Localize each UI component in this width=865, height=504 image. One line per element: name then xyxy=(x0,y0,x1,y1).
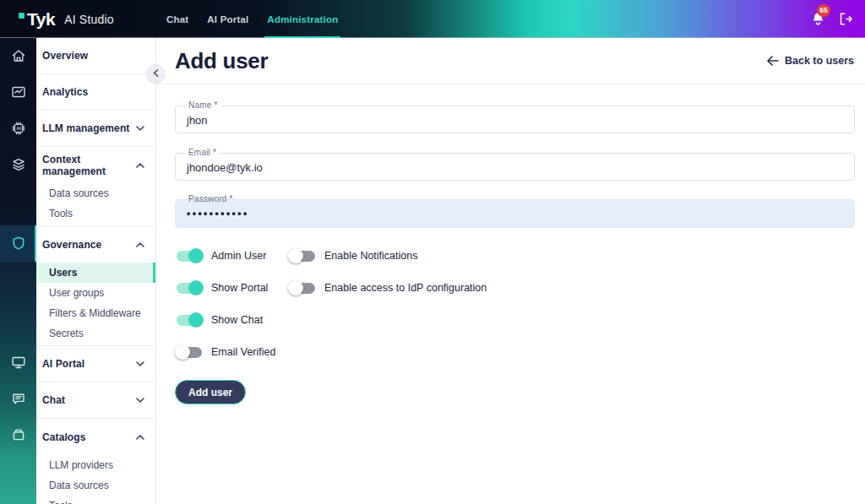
password-field[interactable]: Password * ••••••••••• xyxy=(175,199,855,228)
name-field-value: jhon xyxy=(187,113,208,126)
chevron-down-icon xyxy=(136,126,144,131)
sidebar-item-secrets[interactable]: Secrets xyxy=(36,323,155,344)
logout-icon xyxy=(837,11,853,27)
toggle-label: Enable Notifications xyxy=(324,250,417,262)
brand-name: Tyk xyxy=(27,9,55,30)
ai-chip-icon[interactable]: AI xyxy=(0,120,36,137)
show-chat-switch[interactable] xyxy=(175,312,204,328)
tab-chat[interactable]: Chat xyxy=(157,0,198,38)
sidebar-item-label: Catalogs xyxy=(42,431,85,443)
sidebar: Overview Analytics LLM management Contex… xyxy=(36,38,156,504)
sidebar-item-analytics[interactable]: Analytics xyxy=(36,74,155,111)
sidebar-item-label: Analytics xyxy=(42,86,88,98)
page-header: Add user Back to users xyxy=(156,38,865,84)
sidebar-group-catalogs: Catalogs LLM providers Data sources Tool… xyxy=(36,419,155,504)
sidebar-group-context-management: Context management Data sources Tools xyxy=(36,147,155,226)
sidebar-item-label: Chat xyxy=(42,394,65,406)
tab-ai-portal[interactable]: AI Portal xyxy=(198,0,258,38)
toggle-label: Email Verified xyxy=(211,346,275,358)
sidebar-item-llm-management[interactable]: LLM management xyxy=(36,111,155,147)
home-icon[interactable] xyxy=(0,47,36,64)
chat-bubble-icon[interactable] xyxy=(0,390,36,407)
sidebar-item-label: Overview xyxy=(42,50,88,62)
sidebar-item-governance[interactable]: Governance xyxy=(36,226,155,263)
sidebar-item-chat[interactable]: Chat xyxy=(36,382,155,419)
toggle-label: Enable access to IdP configuration xyxy=(324,282,487,294)
sidebar-item-data-sources[interactable]: Data sources xyxy=(36,183,155,203)
top-nav: Chat AI Portal Administration xyxy=(157,0,347,38)
email-field[interactable]: Email * jhondoe@tyk.io xyxy=(175,153,855,181)
password-field-value: ••••••••••• xyxy=(187,208,249,219)
back-link-label: Back to users xyxy=(785,55,854,67)
sidebar-item-label: LLM management xyxy=(42,122,129,134)
sidebar-item-filters-middleware[interactable]: Filters & Middleware xyxy=(36,303,155,323)
sidebar-item-overview[interactable]: Overview xyxy=(36,38,155,74)
main-content: Add user Back to users Name * jhon Email… xyxy=(156,38,865,504)
tyk-logo[interactable]: Tyk AI Studio xyxy=(19,0,114,38)
sidebar-item-label: AI Portal xyxy=(42,358,84,370)
toggle-show-portal[interactable]: Show Portal xyxy=(175,272,288,304)
svg-text:AI: AI xyxy=(16,126,21,131)
toggle-enable-notifications[interactable]: Enable Notifications xyxy=(288,240,487,272)
sidebar-item-user-groups[interactable]: User groups xyxy=(36,283,155,303)
sidebar-item-label: Governance xyxy=(42,239,101,251)
layers-icon[interactable] xyxy=(0,156,36,173)
toggle-show-chat[interactable]: Show Chat xyxy=(175,304,288,336)
logout-button[interactable] xyxy=(837,11,853,27)
monitor-icon[interactable] xyxy=(0,354,36,371)
sidebar-item-tools[interactable]: Tools xyxy=(36,203,155,224)
email-verified-switch[interactable] xyxy=(175,344,204,360)
back-to-users-link[interactable]: Back to users xyxy=(767,55,854,67)
shield-icon[interactable] xyxy=(0,235,36,252)
tab-administration[interactable]: Administration xyxy=(258,0,347,38)
catalog-box-icon[interactable] xyxy=(0,426,36,443)
top-bar: Tyk AI Studio Chat AI Portal Administrat… xyxy=(0,0,865,38)
product-name: AI Studio xyxy=(64,13,114,26)
sidebar-item-llm-providers[interactable]: LLM providers xyxy=(36,455,155,475)
idp-access-switch[interactable] xyxy=(288,279,317,296)
name-field[interactable]: Name * jhon xyxy=(175,106,855,133)
topbar-actions: 65 xyxy=(810,0,853,38)
page-title: Add user xyxy=(175,48,268,74)
sidebar-item-users[interactable]: Users xyxy=(36,263,155,283)
add-user-button[interactable]: Add user xyxy=(175,380,246,404)
arrow-left-icon xyxy=(767,56,779,66)
chevron-down-icon xyxy=(136,361,144,366)
sidebar-group-governance: Governance Users User groups Filters & M… xyxy=(36,226,155,346)
tyk-logo-mark-icon xyxy=(19,13,24,19)
admin-user-switch[interactable] xyxy=(175,247,204,264)
notifications-button[interactable]: 65 xyxy=(810,10,827,29)
name-field-label: Name * xyxy=(185,100,221,110)
icon-rail: AI xyxy=(0,38,36,504)
sidebar-item-catalogs[interactable]: Catalogs xyxy=(36,419,155,455)
analytics-icon[interactable] xyxy=(0,84,36,100)
chevron-up-icon xyxy=(136,435,144,440)
chevron-up-icon xyxy=(136,163,144,168)
email-field-label: Email * xyxy=(185,148,220,157)
toggle-label: Show Chat xyxy=(211,314,263,326)
sidebar-item-context-management[interactable]: Context management xyxy=(36,147,155,183)
toggle-idp-access[interactable]: Enable access to IdP configuration xyxy=(288,272,487,304)
chevron-left-icon xyxy=(153,69,159,77)
sidebar-item-data-sources-catalog[interactable]: Data sources xyxy=(36,475,155,496)
email-field-value: jhondoe@tyk.io xyxy=(187,160,263,173)
toggle-label: Admin User xyxy=(211,250,266,262)
sidebar-item-ai-portal[interactable]: AI Portal xyxy=(36,346,155,382)
sidebar-item-label: Context management xyxy=(42,154,136,177)
toggle-email-verified[interactable]: Email Verified xyxy=(175,336,288,368)
password-field-label: Password * xyxy=(185,194,237,203)
chevron-down-icon xyxy=(136,398,144,403)
toggle-label: Show Portal xyxy=(211,282,268,294)
chevron-up-icon xyxy=(136,242,144,247)
show-portal-switch[interactable] xyxy=(175,279,204,296)
sidebar-item-tools-catalog[interactable]: Tools xyxy=(36,496,155,504)
notification-badge: 65 xyxy=(817,4,830,17)
toggle-grid: Admin User Enable Notifications Show Por… xyxy=(175,240,487,368)
enable-notifications-switch[interactable] xyxy=(288,247,317,264)
app-window: Tyk AI Studio Chat AI Portal Administrat… xyxy=(0,0,865,504)
sidebar-collapse-button[interactable] xyxy=(147,64,165,82)
toggle-admin-user[interactable]: Admin User xyxy=(175,240,288,272)
